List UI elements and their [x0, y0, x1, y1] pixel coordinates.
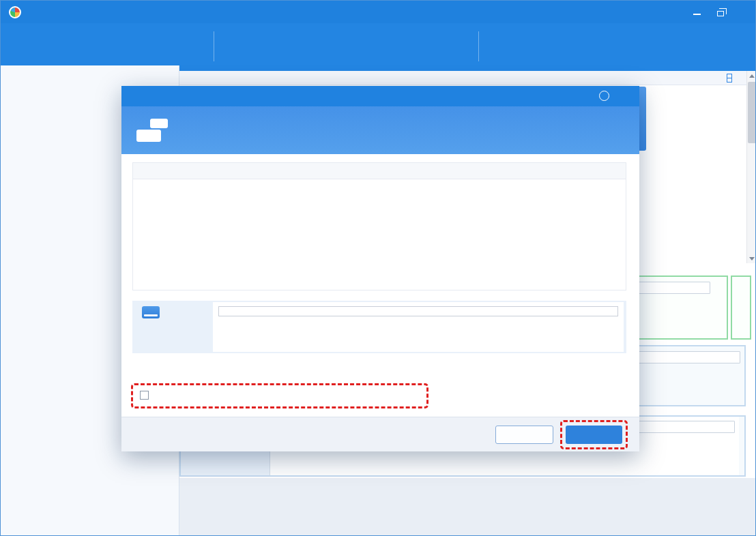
minimize-button[interactable] [691, 7, 702, 18]
disk-list-header [179, 71, 756, 85]
titlebar [1, 1, 755, 23]
close-button[interactable] [739, 7, 750, 18]
view-toggle-icon[interactable] [727, 74, 738, 83]
minimize-icon [693, 14, 701, 15]
scroll-down-button[interactable] [747, 254, 756, 263]
app-window [0, 0, 756, 536]
dialog-header-band [121, 106, 639, 154]
toolbar [1, 23, 755, 65]
table-header-row [133, 163, 626, 179]
next-button-annotation [560, 420, 628, 449]
ssd-optimize-checkbox[interactable] [140, 391, 149, 400]
arrow-up-icon [749, 74, 755, 78]
target-disk-table [132, 162, 626, 291]
back-button[interactable] [495, 426, 553, 444]
disk-icon [142, 306, 160, 318]
disk1-small-partition-block[interactable] [731, 276, 751, 340]
main-top-strip [179, 65, 756, 71]
selected-disk-preview [132, 301, 626, 353]
dialog-footer [121, 417, 639, 451]
ssd-checkbox-annotation [131, 383, 428, 408]
preview-partition-bar[interactable] [218, 306, 618, 316]
disk-stack-icon [136, 119, 168, 142]
toolbar-separator [214, 31, 214, 61]
window-controls [643, 1, 750, 23]
scroll-up-button[interactable] [747, 71, 756, 80]
scrollbar-thumb[interactable] [748, 82, 756, 143]
maximize-icon [717, 11, 724, 16]
preview-partition-area [213, 302, 624, 352]
app-logo-icon [9, 6, 21, 18]
next-button[interactable] [566, 426, 622, 444]
ssd-optimize-option[interactable] [140, 391, 154, 400]
toolbar-separator [478, 31, 479, 61]
help-icon[interactable] [599, 91, 609, 101]
preview-disk-info [132, 301, 213, 353]
maximize-button[interactable] [715, 7, 726, 18]
clone-disk-dialog [121, 86, 639, 451]
vertical-scrollbar[interactable] [746, 71, 756, 263]
arrow-down-icon [749, 257, 755, 260]
dialog-titlebar [121, 86, 639, 106]
bottom-strip [179, 478, 756, 536]
refresh-icon[interactable] [643, 7, 654, 18]
menu-icon[interactable] [667, 7, 678, 18]
